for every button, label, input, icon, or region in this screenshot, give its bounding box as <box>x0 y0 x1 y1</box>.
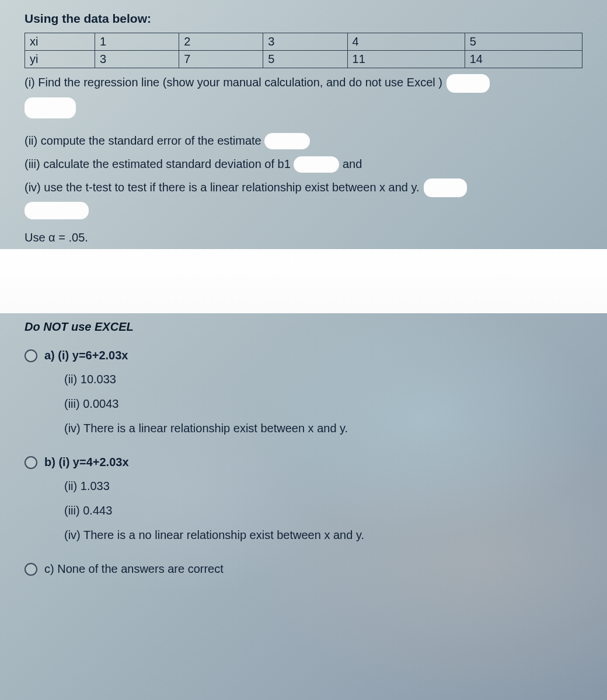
prompt-iv-text: (iv) use the t-test to test if there is … <box>25 181 420 194</box>
option-b-sub: (ii) 1.033 (iii) 0.443 (iv) There is a n… <box>64 475 582 546</box>
option-b-head: b) (i) y=4+2.03x <box>25 456 582 469</box>
intro-text: Using the data below: <box>25 12 582 26</box>
option-a: a) (i) y=6+2.03x (ii) 10.033 (iii) 0.004… <box>25 349 582 439</box>
cell: 3 <box>95 51 179 68</box>
option-c: c) None of the answers are correct <box>25 562 582 576</box>
option-a-head: a) (i) y=6+2.03x <box>25 349 582 362</box>
row-label: yi <box>25 51 95 68</box>
option-a-iii: (iii) 0.0043 <box>64 393 582 415</box>
option-a-iv: (iv) There is a linear relationship exis… <box>64 417 582 439</box>
prompt-iii-text-b: and <box>343 158 362 170</box>
option-a-ii: (ii) 10.033 <box>64 368 582 390</box>
option-c-label: c) None of the answers are correct <box>44 562 224 576</box>
option-b-iii: (iii) 0.443 <box>64 499 582 522</box>
prompt-iii-text-a: (iii) calculate the estimated standard d… <box>25 158 291 170</box>
cell: 4 <box>347 33 465 51</box>
radio-c[interactable] <box>25 563 37 576</box>
cell: 11 <box>347 51 465 68</box>
question-page: Using the data below: xi 1 2 3 4 5 yi 3 … <box>0 0 607 593</box>
prompt-i-text: (i) Find the regression line (show your … <box>25 76 442 89</box>
cell: 2 <box>179 33 263 51</box>
alpha-text: Use α = .05. <box>25 231 582 244</box>
table-row: yi 3 7 5 11 14 <box>25 51 582 68</box>
prompt-iii: (iii) calculate the estimated standard d… <box>25 155 582 173</box>
prompt-ii-text: (ii) compute the standard error of the e… <box>25 134 261 147</box>
cell: 14 <box>465 51 582 68</box>
no-excel-text: Do NOT use EXCEL <box>25 320 582 334</box>
option-b: b) (i) y=4+2.03x (ii) 1.033 (iii) 0.443 … <box>25 456 582 546</box>
option-a-sub: (ii) 10.033 (iii) 0.0043 (iv) There is a… <box>64 368 582 439</box>
prompt-ii: (ii) compute the standard error of the e… <box>25 131 582 150</box>
radio-b[interactable] <box>25 456 37 469</box>
prompt-i: (i) Find the regression line (show your … <box>25 73 582 93</box>
redaction-icon <box>25 202 89 219</box>
data-table: xi 1 2 3 4 5 yi 3 7 5 11 14 <box>25 33 582 68</box>
table-row: xi 1 2 3 4 5 <box>25 33 582 51</box>
redaction-icon <box>424 178 467 197</box>
redaction-icon <box>264 133 310 149</box>
row-label: xi <box>25 33 95 51</box>
cell: 7 <box>179 51 263 68</box>
cell: 5 <box>263 51 347 68</box>
option-a-label: a) (i) y=6+2.03x <box>44 349 128 362</box>
blank-region <box>0 249 607 313</box>
option-b-ii: (ii) 1.033 <box>64 475 582 497</box>
redaction-icon <box>25 97 76 118</box>
radio-a[interactable] <box>25 349 37 362</box>
option-b-iv: (iv) There is a no linear relationship e… <box>64 524 582 546</box>
option-b-label: b) (i) y=4+2.03x <box>44 456 129 469</box>
cell: 5 <box>465 33 582 51</box>
redaction-icon <box>294 156 339 173</box>
cell: 3 <box>263 33 347 51</box>
cell: 1 <box>95 33 179 51</box>
prompt-iv: (iv) use the t-test to test if there is … <box>25 178 582 198</box>
redaction-icon <box>446 74 490 93</box>
